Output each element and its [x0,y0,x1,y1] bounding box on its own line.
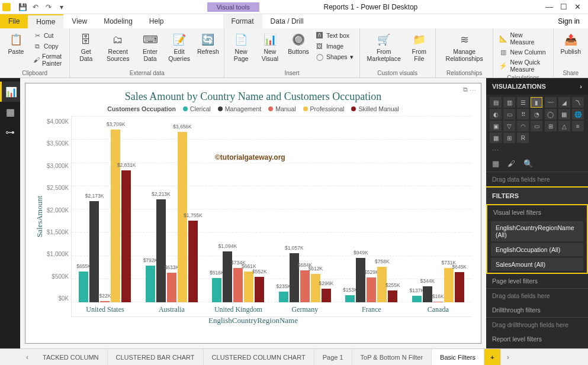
viz-ribbon-icon[interactable]: ◐ [490,109,502,119]
publish-button[interactable]: 📤Publish [557,31,584,57]
from-file-button[interactable]: 📁From File [407,31,432,63]
legend-item: Skilled Manual [351,105,399,112]
viz-waterfall-icon[interactable]: ▭ [503,109,515,119]
page-tab-basic-filters[interactable]: Basic Filters [432,349,484,365]
qat-dropdown-icon[interactable]: ▾ [57,2,66,12]
fields-icon[interactable]: ▦ [492,159,499,168]
tab-view[interactable]: View [63,14,95,28]
viz-kpi-icon[interactable]: △ [558,121,570,131]
minimize-icon[interactable]: — [545,2,553,11]
scroll-left-icon[interactable]: ‹ [20,349,34,365]
viz-filled-map-icon[interactable]: ▣ [490,121,502,131]
redo-icon[interactable]: ↷ [44,2,53,12]
viz-line-icon[interactable]: 〰 [545,97,557,108]
tab-format[interactable]: Format [223,14,262,28]
filter-country[interactable]: EnglishCountryRegionName (All) [491,221,583,241]
edit-queries-button[interactable]: 📝Edit Queries [165,31,193,63]
viz-donut-icon[interactable]: ◯ [545,109,557,119]
report-level-filters-label: Report level filters [486,332,588,346]
get-data-icon: 🗄 [78,32,94,47]
viz-scatter-icon[interactable]: ⠿ [517,109,529,119]
viz-line-column-icon[interactable]: 〽 [572,97,584,108]
nav-model-view[interactable]: ⊶ [0,122,20,142]
viz-r-icon[interactable]: R [517,133,529,143]
viz-stacked-bar-icon[interactable]: ▤ [490,97,502,108]
relationships-icon: ≋ [457,32,472,47]
chart-body: SalesAmount $4,000K$3,500K$3,000K$2,500K… [35,116,471,317]
nav-report-view[interactable]: 📊 [0,82,20,102]
drill-drop-area[interactable]: Drag drillthrough fields here [486,317,588,332]
new-visual-button[interactable]: 📊New Visual [256,31,284,63]
viz-treemap-icon[interactable]: ▦ [558,109,570,119]
viz-map-icon[interactable]: 🌐 [572,109,584,119]
group-label: Insert [228,69,355,77]
copy-icon: ⧉ [33,42,41,50]
format-painter-button[interactable]: 🖌Format Painter [31,52,66,67]
tab-home[interactable]: Home [28,14,63,28]
text-box-button[interactable]: 🅰Text box [313,31,356,40]
paste-button[interactable]: 📋Paste [4,31,28,57]
tab-modeling[interactable]: Modeling [95,14,141,28]
new-quick-measure-button[interactable]: ⚡New Quick Measure [497,58,549,73]
manage-relationships-button[interactable]: ≋Manage Relationships [439,31,490,63]
chart-visual[interactable]: ⧉ ⋯ Sales Amount by Country Name and Cus… [25,83,481,344]
viz-slicer-icon[interactable]: ≡ [572,121,584,131]
viz-panel-header[interactable]: VISUALIZATIONS› [486,78,588,95]
cut-button[interactable]: ✂Cut [31,31,66,40]
fields-drop-area[interactable]: Drag data fields here [486,172,588,186]
undo-icon[interactable]: ↶ [31,2,40,12]
viz-table-icon[interactable]: ▦ [490,133,502,143]
viz-multi-card-icon[interactable]: ⊞ [545,121,557,131]
maximize-icon[interactable]: ☐ [560,2,567,11]
scroll-right-icon[interactable]: › [501,349,515,365]
tab-file[interactable]: File [0,14,28,28]
enter-data-button[interactable]: ⌨Enter Data [137,31,163,63]
new-column-button[interactable]: ▥New Column [497,47,549,57]
viz-clustered-bar-icon[interactable]: ☰ [517,97,529,108]
visual-level-filters-label: Visual level filters [487,205,587,219]
paste-icon: 📋 [8,32,24,47]
page-tab-add[interactable]: + [484,349,501,365]
copy-button[interactable]: ⧉Copy [31,41,66,51]
format-icon[interactable]: 🖌 [507,159,515,168]
column-icon: ▥ [499,48,507,56]
filter-sales[interactable]: SalesAmount (All) [491,258,583,271]
page-tab-clustered-bar[interactable]: CLUSTERED BAR CHART [108,349,204,365]
chevron-right-icon[interactable]: › [580,83,582,90]
viz-gauge-icon[interactable]: ◠ [517,121,529,131]
save-icon[interactable]: 💾 [18,2,27,12]
visual-options-icon[interactable]: ⧉ ⋯ [463,86,476,93]
refresh-button[interactable]: 🔄Refresh [195,31,220,57]
pbi-icon [2,3,11,11]
from-marketplace-button[interactable]: 🛒From Marketplace [364,31,404,63]
viz-area-icon[interactable]: ◢ [558,97,570,108]
recent-sources-button[interactable]: 🗂Recent Sources [101,31,135,63]
new-measure-button[interactable]: 📐New Measure [497,31,549,46]
viz-clustered-column-icon[interactable]: ▮ [531,97,542,108]
signin-button[interactable]: Sign in [550,14,588,28]
new-page-button[interactable]: 📄New Page [228,31,254,63]
close-icon[interactable]: ✕ [574,2,581,11]
shapes-button[interactable]: ◯Shapes ▾ [313,52,356,62]
page-filters-drop-area[interactable]: Drag data fields here [486,288,588,303]
page-tab-page1[interactable]: Page 1 [314,349,352,365]
page-tab-tacked[interactable]: TACKED COLUMN [34,349,108,365]
viz-stacked-column-icon[interactable]: ▥ [503,97,515,108]
viz-more-icon[interactable]: ⋯ [486,146,588,156]
page-tab-clustered-column[interactable]: CLUSTERED COLUMN CHART [204,349,314,365]
viz-funnel-icon[interactable]: ▽ [503,121,515,131]
group-clipboard: 📋Paste ✂Cut ⧉Copy 🖌Format Painter Clipbo… [0,28,70,77]
filter-occupation[interactable]: EnglishOccupation (All) [491,243,583,256]
page-tab-top-bottom[interactable]: ToP & Bottom N Filter [352,349,432,365]
tab-data-drill[interactable]: Data / Drill [262,14,312,28]
analytics-icon[interactable]: 🔍 [523,159,533,168]
viz-matrix-icon[interactable]: ⊞ [503,133,515,143]
viz-card-icon[interactable]: ▭ [531,121,542,131]
buttons-button[interactable]: 🔘Buttons [286,31,311,57]
viz-pie-icon[interactable]: ◔ [531,109,542,119]
get-data-button[interactable]: 🗄Get Data [73,31,98,63]
y-axis-title: SalesAmount [35,116,44,317]
nav-data-view[interactable]: ▦ [0,102,20,122]
image-button[interactable]: 🖼Image [313,41,356,51]
tab-help[interactable]: Help [141,14,172,28]
